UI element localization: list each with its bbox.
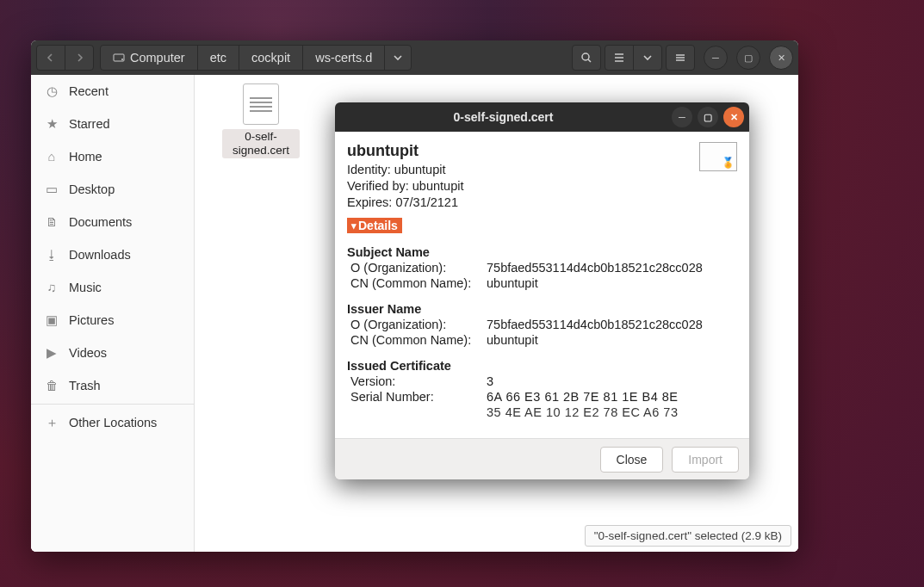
sidebar-item-label: Music (69, 281, 102, 294)
nav-forward-button[interactable] (65, 45, 94, 71)
close-button[interactable]: Close (600, 447, 664, 473)
breadcrumb-label: Computer (130, 51, 185, 65)
trash-icon: 🗑 (45, 379, 59, 392)
plus-icon: ＋ (45, 415, 59, 431)
sidebar-item-videos[interactable]: ▶Videos (31, 337, 194, 369)
window-minimize-button[interactable]: ─ (704, 46, 728, 70)
downloads-icon: ⭳ (45, 248, 59, 262)
chevron-right-icon (75, 53, 84, 62)
subject-name-section: Subject Name O (Organization):75bfaed553… (347, 245, 737, 290)
breadcrumb-menu-button[interactable] (384, 45, 412, 71)
sidebar-item-home[interactable]: ⌂Home (31, 140, 194, 173)
serial-value-line2: 35 4E AE 10 12 E2 78 EC A6 73 (487, 405, 737, 419)
file-label: 0-self-signed.cert (222, 129, 300, 158)
sidebar-item-downloads[interactable]: ⭳Downloads (31, 238, 194, 271)
sidebar-item-label: Desktop (69, 182, 115, 196)
version-value: 3 (487, 374, 737, 388)
dialog-maximize-button[interactable]: ▢ (698, 107, 718, 127)
issued-certificate-section: Issued Certificate Version:3 Serial Numb… (347, 359, 737, 419)
minimize-icon: ─ (712, 53, 719, 63)
sidebar-item-music[interactable]: ♫Music (31, 271, 194, 304)
subject-cn-value: ubuntupit (487, 276, 737, 290)
sidebar-divider (31, 404, 194, 405)
sidebar-item-label: Documents (69, 215, 132, 229)
svg-point-1 (121, 59, 123, 60)
clock-icon: ◷ (45, 84, 59, 98)
certificate-dialog: 0-self-signed.cert ─ ▢ ✕ ubuntupit Ident… (335, 102, 749, 479)
breadcrumb-cockpit[interactable]: cockpit (239, 45, 303, 71)
sidebar-item-label: Home (69, 150, 102, 164)
field-label: O (Organization): (350, 261, 487, 275)
videos-icon: ▶ (45, 346, 59, 360)
window-close-button[interactable]: ✕ (769, 46, 793, 70)
issuer-o-value: 75bfaed553114d4cb0b18521c28cc028 (487, 318, 737, 331)
dialog-body: ubuntupit Identity: ubuntupit Verified b… (335, 132, 749, 438)
subject-o-value: 75bfaed553114d4cb0b18521c28cc028 (487, 261, 737, 275)
sidebar-item-starred[interactable]: ★Starred (31, 108, 194, 140)
sidebar-item-pictures[interactable]: ▣Pictures (31, 304, 194, 337)
identity-label: Identity: (347, 163, 391, 176)
close-icon: ✕ (778, 53, 785, 64)
sidebar: ◷Recent ★Starred ⌂Home ▭Desktop 🗎Documen… (31, 75, 195, 552)
breadcrumb: Computer etc cockpit ws-certs.d (101, 45, 412, 71)
field-label: O (Organization): (350, 318, 487, 331)
verified-by-value: ubuntupit (412, 179, 464, 193)
dialog-titlebar: 0-self-signed.cert ─ ▢ ✕ (335, 102, 749, 132)
documents-icon: 🗎 (45, 215, 59, 229)
expires-label: Expires: (347, 195, 392, 209)
search-icon (580, 52, 592, 64)
breadcrumb-label: etc (210, 51, 226, 65)
view-dropdown-button[interactable] (633, 45, 662, 71)
desktop-icon: ▭ (45, 182, 59, 196)
chevron-down-icon (394, 53, 402, 62)
close-icon: ✕ (730, 112, 738, 123)
sidebar-item-documents[interactable]: 🗎Documents (31, 206, 194, 238)
sidebar-item-label: Trash (69, 379, 101, 392)
dialog-summary: ubuntupit Identity: ubuntupit Verified b… (347, 142, 737, 209)
breadcrumb-label: ws-certs.d (315, 51, 372, 65)
window-maximize-button[interactable]: ▢ (736, 46, 760, 70)
file-manager-header: Computer etc cockpit ws-certs.d ─ ▢ ✕ (31, 40, 798, 75)
button-label: Close (617, 453, 648, 467)
sidebar-item-label: Pictures (69, 313, 114, 327)
chevron-left-icon (47, 53, 55, 62)
sidebar-item-label: Other Locations (69, 416, 157, 429)
star-icon: ★ (45, 117, 59, 131)
hamburger-menu-button[interactable] (666, 45, 695, 71)
menu-icon (674, 52, 686, 64)
status-bar: "0-self-signed.cert" selected (2.9 kB) (585, 525, 791, 547)
serial-value-line1: 6A 66 E3 61 2B 7E 81 1E B4 8E (487, 390, 737, 404)
field-label: Serial Number: (350, 390, 487, 404)
issuer-name-section: Issuer Name O (Organization):75bfaed5531… (347, 302, 737, 347)
sidebar-item-other-locations[interactable]: ＋Other Locations (31, 406, 194, 439)
list-icon (613, 52, 625, 64)
search-button[interactable] (572, 45, 601, 71)
view-list-button[interactable] (605, 45, 634, 71)
sidebar-item-desktop[interactable]: ▭Desktop (31, 173, 194, 206)
breadcrumb-etc[interactable]: etc (197, 45, 239, 71)
issuer-cn-value: ubuntupit (487, 333, 737, 347)
file-item-cert[interactable]: 0-self-signed.cert (222, 83, 300, 158)
text-file-icon (243, 83, 279, 125)
sidebar-item-recent[interactable]: ◷Recent (31, 75, 194, 108)
pictures-icon: ▣ (45, 313, 59, 327)
verified-by-label: Verified by: (347, 179, 409, 193)
certificate-icon: 🏅 (699, 142, 737, 171)
breadcrumb-wscertsd[interactable]: ws-certs.d (302, 45, 385, 71)
minimize-icon: ─ (679, 112, 685, 122)
status-text: "0-self-signed.cert" selected (2.9 kB) (594, 529, 782, 542)
sidebar-item-label: Starred (69, 117, 110, 131)
dialog-minimize-button[interactable]: ─ (672, 107, 692, 127)
cert-common-name: ubuntupit (347, 142, 699, 160)
sidebar-item-trash[interactable]: 🗑Trash (31, 369, 194, 402)
nav-back-button[interactable] (36, 45, 65, 71)
button-label: Import (688, 453, 722, 467)
expires-value: 07/31/2121 (395, 195, 458, 209)
svg-point-2 (582, 53, 589, 60)
import-button[interactable]: Import (672, 447, 739, 473)
dialog-close-button[interactable]: ✕ (723, 107, 744, 127)
field-label: CN (Common Name): (350, 276, 487, 290)
section-heading: Issuer Name (347, 302, 737, 316)
details-expander[interactable]: Details (347, 218, 402, 233)
breadcrumb-computer[interactable]: Computer (100, 45, 198, 71)
